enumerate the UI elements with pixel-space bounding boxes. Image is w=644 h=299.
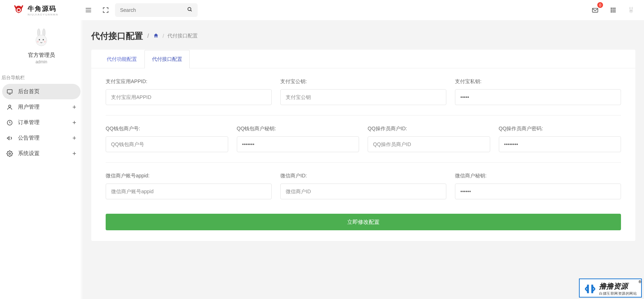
svg-rect-11 [611, 9, 612, 10]
clock-icon [6, 119, 13, 126]
svg-point-28 [44, 41, 46, 42]
megaphone-icon [6, 135, 13, 141]
search-icon[interactable] [187, 6, 193, 14]
nav-label: 公告管理 [18, 135, 40, 141]
watermark: 撸撸资源® 白嫖互联网资源的网站 [579, 278, 642, 298]
home-icon[interactable] [153, 33, 159, 40]
breadcrumb-sep: / [147, 33, 149, 39]
form-row-wechat: 微信商户账号appid: 微信商户ID: 微信商户秘钥: [106, 173, 621, 209]
submit-button[interactable]: 立即修改配置 [106, 214, 621, 230]
user-icon [6, 104, 13, 110]
svg-rect-10 [614, 8, 615, 9]
nav-settings[interactable]: 系统设置 + [0, 146, 83, 161]
tabs: 代付功能配置 代付接口配置 [91, 50, 635, 68]
fullscreen-icon[interactable] [100, 4, 111, 16]
label-wx-mch-key: 微信商户秘钥: [455, 173, 621, 179]
svg-rect-8 [611, 8, 612, 9]
watermark-title: 撸撸资源® [599, 281, 637, 291]
plus-icon: + [72, 135, 76, 141]
label-qq-mch: QQ钱包商户号: [106, 126, 228, 132]
user-avatar-icon[interactable] [625, 4, 637, 16]
sidebar: 官方管理员 admin 后台导航栏 后台首页 用户管理 + 订单管理 + 公告管… [0, 20, 83, 299]
notification-badge: 0 [597, 2, 603, 8]
tab-function-config[interactable]: 代付功能配置 [99, 50, 144, 68]
input-alipay-appid[interactable] [106, 89, 272, 105]
svg-point-31 [9, 105, 11, 107]
breadcrumb-sep: / [162, 33, 164, 39]
topbar: 牛角源码 NIUJIAOYUANMA 0 [0, 0, 644, 20]
svg-point-1 [18, 9, 20, 12]
nav-orders[interactable]: 订单管理 + [0, 115, 83, 130]
logo[interactable]: 牛角源码 NIUJIAOYUANMA [7, 4, 83, 16]
svg-point-27 [37, 41, 38, 42]
svg-point-18 [632, 7, 633, 10]
svg-point-20 [630, 10, 631, 11]
svg-point-25 [39, 39, 40, 41]
apps-icon[interactable] [607, 4, 619, 16]
svg-rect-15 [612, 11, 613, 12]
breadcrumb: / 代付接口配置 [153, 33, 198, 40]
nav-label: 后台首页 [18, 88, 40, 95]
logo-text-cn: 牛角源码 [28, 4, 58, 13]
svg-rect-16 [614, 11, 615, 12]
svg-point-21 [631, 10, 632, 11]
label-alipay-appid: 支付宝应用APPID: [106, 78, 272, 85]
main-content: 代付接口配置 / / 代付接口配置 代付功能配置 代付接口配置 支付宝应用APP… [83, 20, 644, 299]
nav-label: 订单管理 [18, 119, 40, 126]
input-alipay-privkey[interactable] [455, 89, 621, 105]
gear-icon [6, 150, 13, 157]
nav-users[interactable]: 用户管理 + [0, 99, 83, 115]
input-wx-mch-id[interactable] [280, 184, 446, 199]
label-qq-op-id: QQ操作员商户ID: [368, 126, 490, 132]
label-wx-appid: 微信商户账号appid: [106, 173, 272, 179]
bull-logo-icon [13, 4, 25, 16]
user-name: 官方管理员 [0, 52, 83, 59]
user-block: 官方管理员 admin [0, 24, 83, 72]
input-qq-op-pwd[interactable] [499, 136, 621, 152]
form-row-qq: QQ钱包商户号: QQ钱包商户秘钥: QQ操作员商户ID: QQ操作员商户密码: [106, 126, 621, 163]
nav-label: 系统设置 [18, 150, 40, 157]
input-qq-mch-key[interactable] [237, 136, 359, 152]
watermark-logo-icon [584, 283, 596, 295]
tab-interface-config[interactable]: 代付接口配置 [144, 50, 190, 68]
user-avatar [32, 28, 51, 47]
svg-point-19 [629, 9, 633, 13]
input-qq-mch[interactable] [106, 136, 228, 152]
svg-point-33 [9, 153, 11, 154]
plus-icon: + [72, 150, 76, 157]
nav-label: 用户管理 [18, 104, 40, 110]
svg-rect-9 [612, 8, 613, 9]
label-alipay-pubkey: 支付宝公钥: [280, 78, 446, 85]
input-wx-mch-key[interactable] [455, 184, 621, 199]
label-alipay-privkey: 支付宝私钥: [455, 78, 621, 85]
input-alipay-pubkey[interactable] [280, 89, 446, 105]
svg-point-5 [188, 8, 191, 11]
form-row-alipay: 支付宝应用APPID: 支付宝公钥: 支付宝私钥: [106, 78, 621, 115]
svg-line-6 [190, 10, 192, 11]
input-qq-op-id[interactable] [368, 136, 490, 152]
nav-announcements[interactable]: 公告管理 + [0, 130, 83, 146]
label-qq-mch-key: QQ钱包商户秘钥: [237, 126, 359, 132]
logo-text-en: NIUJIAOYUANMA [28, 13, 58, 16]
monitor-icon [6, 89, 13, 95]
svg-rect-14 [611, 11, 612, 12]
svg-point-17 [630, 7, 631, 10]
mail-icon[interactable]: 0 [589, 4, 601, 16]
plus-icon: + [72, 104, 76, 110]
search-box [115, 3, 198, 17]
svg-rect-13 [614, 9, 615, 10]
input-wx-appid[interactable] [106, 184, 272, 199]
svg-point-24 [36, 35, 47, 46]
user-role: admin [0, 59, 83, 64]
page-title: 代付接口配置 [91, 30, 143, 42]
menu-toggle-icon[interactable] [83, 4, 94, 16]
nav-dashboard[interactable]: 后台首页 [2, 84, 80, 99]
form-area: 支付宝应用APPID: 支付宝公钥: 支付宝私钥: QQ钱包商户号: [91, 68, 635, 241]
search-input[interactable] [120, 7, 187, 13]
label-wx-mch-id: 微信商户ID: [280, 173, 446, 179]
svg-point-26 [43, 39, 44, 41]
breadcrumb-current: 代付接口配置 [167, 33, 198, 39]
svg-rect-29 [7, 90, 12, 93]
nav-section-label: 后台导航栏 [0, 72, 83, 84]
svg-rect-34 [587, 285, 589, 293]
